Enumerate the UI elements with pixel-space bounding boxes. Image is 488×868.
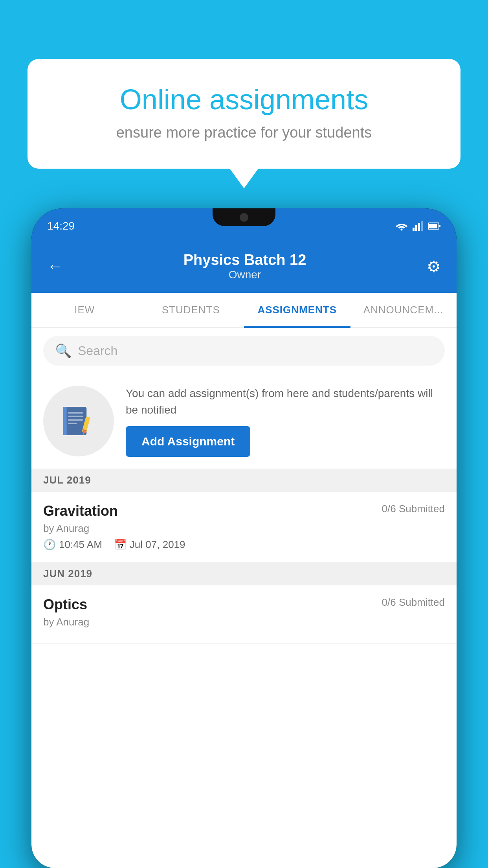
svg-rect-11 (68, 419, 83, 421)
assignment-top: Gravitation 0/6 Submitted (43, 503, 445, 519)
svg-rect-6 (439, 225, 440, 227)
info-text: You can add assignment(s) from here and … (126, 385, 445, 418)
notch (213, 208, 275, 226)
camera (240, 213, 248, 222)
add-assignment-button[interactable]: Add Assignment (126, 426, 250, 457)
svg-rect-10 (68, 416, 83, 417)
section-jun-2019: JUN 2019 (31, 562, 457, 585)
bubble-subtitle: ensure more practice for your students (55, 124, 433, 141)
assignment-name-gravitation: Gravitation (43, 503, 118, 519)
meta-date-value: Jul 07, 2019 (130, 539, 185, 551)
speech-bubble: Online assignments ensure more practice … (28, 59, 460, 169)
status-time: 14:29 (47, 220, 75, 232)
assignment-author-optics: by Anurag (43, 616, 445, 628)
assignment-item-gravitation[interactable]: Gravitation 0/6 Submitted by Anurag 🕐 10… (31, 492, 457, 562)
bubble-title: Online assignments (55, 83, 433, 116)
assignment-item-optics[interactable]: Optics 0/6 Submitted by Anurag (31, 585, 457, 644)
calendar-icon: 📅 (114, 539, 127, 551)
svg-rect-9 (68, 412, 83, 414)
svg-point-0 (401, 229, 403, 231)
tab-announcements[interactable]: ANNOUNCEM... (350, 293, 457, 327)
tab-iew[interactable]: IEW (31, 293, 138, 327)
phone-screen: ← Physics Batch 12 Owner ⚙ IEW STUDENTS … (31, 244, 457, 868)
search-bar: 🔍 Search (31, 328, 457, 373)
tab-students[interactable]: STUDENTS (138, 293, 244, 327)
search-placeholder: Search (78, 344, 117, 358)
assignment-top-optics: Optics 0/6 Submitted (43, 596, 445, 613)
clock-icon: 🕐 (43, 539, 56, 551)
status-bar: 14:29 (31, 208, 457, 244)
info-section: You can add assignment(s) from here and … (31, 373, 457, 469)
search-icon: 🔍 (55, 343, 72, 359)
status-icons (395, 221, 441, 231)
svg-rect-13 (63, 407, 67, 435)
speech-bubble-container: Online assignments ensure more practice … (28, 59, 460, 169)
assignment-meta-gravitation: 🕐 10:45 AM 📅 Jul 07, 2019 (43, 539, 445, 551)
settings-icon[interactable]: ⚙ (427, 257, 441, 276)
battery-icon (428, 222, 441, 230)
assignment-name-optics: Optics (43, 596, 87, 613)
header-subtitle: Owner (183, 268, 306, 281)
notebook-icon (61, 403, 96, 439)
tabs-bar: IEW STUDENTS ASSIGNMENTS ANNOUNCEM... (31, 293, 457, 328)
meta-time-value: 10:45 AM (59, 539, 102, 551)
app-header: ← Physics Batch 12 Owner ⚙ (31, 244, 457, 293)
section-jul-2019: JUL 2019 (31, 469, 457, 492)
assignment-author-gravitation: by Anurag (43, 522, 445, 535)
assignment-submitted-gravitation: 0/6 Submitted (382, 503, 445, 515)
back-button[interactable]: ← (47, 257, 63, 275)
notebook-icon-circle (43, 386, 114, 456)
wifi-icon (395, 221, 408, 231)
svg-rect-4 (421, 221, 423, 231)
header-center: Physics Batch 12 Owner (183, 252, 306, 281)
signal-icon (413, 221, 424, 231)
meta-time: 🕐 10:45 AM (43, 539, 102, 551)
svg-rect-7 (429, 224, 437, 228)
search-input-wrap[interactable]: 🔍 Search (43, 336, 445, 366)
meta-date: 📅 Jul 07, 2019 (114, 539, 185, 551)
phone-frame: 14:29 ← (31, 208, 457, 868)
svg-rect-3 (418, 223, 420, 231)
info-right: You can add assignment(s) from here and … (126, 385, 445, 457)
svg-rect-2 (415, 225, 417, 231)
header-title: Physics Batch 12 (183, 252, 306, 268)
svg-rect-12 (68, 423, 77, 424)
tab-assignments[interactable]: ASSIGNMENTS (244, 293, 350, 327)
svg-rect-1 (413, 228, 415, 231)
assignment-submitted-optics: 0/6 Submitted (382, 596, 445, 609)
